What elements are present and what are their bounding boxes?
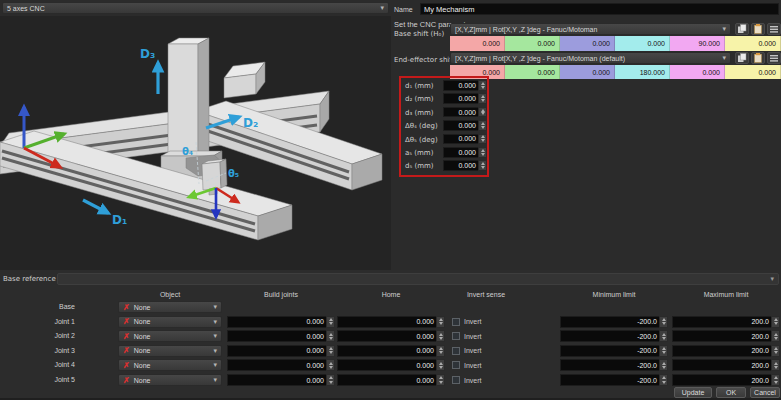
spinner[interactable] (326, 374, 335, 386)
ee-shift-rx-cell[interactable]: 180.000 (615, 65, 670, 79)
base-shift-format-select[interactable]: [X,Y,Z]mm | Rot[X,Y ,Z ]deg - Fanuc/Moto… (450, 23, 731, 35)
base-shift-ry-cell[interactable]: 90.000 (670, 36, 725, 51)
spinner[interactable] (659, 330, 668, 342)
end-effector-menu-button[interactable] (767, 52, 781, 64)
joint5-max-field[interactable]: 200.0 (672, 374, 780, 386)
joint2-home-field[interactable]: 0.000 (337, 330, 445, 342)
base-shift-rz-cell[interactable]: 0.000 (725, 36, 781, 51)
table-row-joint2: Joint 2 None 0.000 0.000 Invert -200.0 2… (0, 330, 781, 342)
end-effector-paste-button[interactable] (751, 52, 765, 64)
invert-checkbox[interactable] (452, 332, 460, 340)
spinner[interactable] (771, 359, 780, 371)
spinner[interactable] (771, 374, 780, 386)
param-a5-field[interactable]: 0.000 (443, 147, 487, 158)
joint1-max-field[interactable]: 200.0 (672, 316, 780, 328)
joint3-max-field[interactable]: 200.0 (672, 345, 780, 357)
joint5-home-field[interactable]: 0.000 (337, 374, 445, 386)
param-d5-field[interactable]: 0.000 (443, 160, 487, 171)
spinner[interactable] (326, 330, 335, 342)
spinner[interactable] (326, 345, 335, 357)
invert-checkbox[interactable] (452, 318, 460, 326)
base-shift-z-cell[interactable]: 0.000 (560, 36, 615, 51)
cancel-button[interactable]: Cancel (750, 387, 780, 398)
invert-checkbox[interactable] (452, 376, 460, 384)
invert-checkbox[interactable] (452, 347, 460, 355)
spinner[interactable] (478, 93, 487, 104)
base-shift-x-cell[interactable]: 0.000 (450, 36, 505, 51)
param-d2-field[interactable]: 0.000 (443, 93, 487, 104)
base-shift-menu-button[interactable] (767, 23, 781, 35)
spinner[interactable] (659, 345, 668, 357)
joint3-home-field[interactable]: 0.000 (337, 345, 445, 357)
joint3-min-field[interactable]: -200.0 (560, 345, 668, 357)
spinner[interactable] (659, 359, 668, 371)
joint1-object-select[interactable]: None (118, 316, 222, 328)
joint4-build-field[interactable]: 0.000 (227, 359, 335, 371)
joints-table: Base reference (F₀) Object Build joints … (0, 270, 781, 400)
invert-checkbox[interactable] (452, 361, 460, 369)
spinner[interactable] (771, 345, 780, 357)
spinner[interactable] (478, 80, 487, 91)
ee-shift-ry-cell[interactable]: 0.000 (670, 65, 725, 79)
spinner[interactable] (478, 107, 487, 118)
end-effector-copy-button[interactable] (735, 52, 749, 64)
joint2-build-field[interactable]: 0.000 (227, 330, 335, 342)
d1-arrow (83, 200, 108, 213)
spinner[interactable] (436, 374, 445, 386)
joint2-max-field[interactable]: 200.0 (672, 330, 780, 342)
3d-viewport[interactable]: D₁ D₂ D₃ θ₄ θ₅ (0, 16, 391, 270)
param-d3-field[interactable]: 0.000 (443, 107, 487, 118)
end-effector-format-select[interactable]: [X,Y,Z]mm | Rot[X,Y ,Z ]deg - Fanuc/Moto… (450, 52, 731, 64)
base-shift-rx-cell[interactable]: 0.000 (615, 36, 670, 51)
joint4-home-field[interactable]: 0.000 (337, 359, 445, 371)
joint5-object-select[interactable]: None (118, 374, 222, 386)
ee-shift-y-cell[interactable]: 0.000 (505, 65, 560, 79)
spinner[interactable] (771, 316, 780, 328)
joint1-home-field[interactable]: 0.000 (337, 316, 445, 328)
row-label: Joint 2 (0, 332, 75, 339)
spinner[interactable] (478, 160, 487, 171)
base-shift-copy-button[interactable] (735, 23, 749, 35)
none-x-icon (123, 332, 130, 341)
spinner[interactable] (436, 330, 445, 342)
none-x-icon (123, 317, 130, 326)
joint2-min-field[interactable]: -200.0 (560, 330, 668, 342)
param-dtheta5-field[interactable]: 0.000 (443, 134, 487, 145)
ok-button[interactable]: OK (716, 387, 746, 398)
spinner[interactable] (771, 330, 780, 342)
param-d1-field[interactable]: 0.000 (443, 80, 487, 91)
theta5-label: θ₅ (228, 168, 239, 179)
spinner[interactable] (659, 316, 668, 328)
name-input[interactable]: My Mechanism (420, 3, 779, 15)
cnc-parameters-panel: Name My Mechanism Set the CNC parameters… (392, 0, 781, 270)
ee-shift-z-cell[interactable]: 0.000 (560, 65, 615, 79)
joint1-build-field[interactable]: 0.000 (227, 316, 335, 328)
spinner[interactable] (478, 134, 487, 145)
spinner[interactable] (326, 316, 335, 328)
spinner[interactable] (436, 345, 445, 357)
joint4-max-field[interactable]: 200.0 (672, 359, 780, 371)
row-label: Base (0, 303, 75, 310)
spinner[interactable] (436, 359, 445, 371)
joint3-object-select[interactable]: None (118, 345, 222, 357)
joint4-object-select[interactable]: None (118, 359, 222, 371)
joint1-min-field[interactable]: -200.0 (560, 316, 668, 328)
base-shift-y-cell[interactable]: 0.000 (505, 36, 560, 51)
base-object-select[interactable]: None (118, 301, 222, 313)
ee-shift-rz-cell[interactable]: 0.000 (725, 65, 781, 79)
update-button[interactable]: Update (674, 387, 712, 398)
spinner[interactable] (478, 147, 487, 158)
spinner[interactable] (436, 316, 445, 328)
base-shift-paste-button[interactable] (751, 23, 765, 35)
joint5-min-field[interactable]: -200.0 (560, 374, 668, 386)
base-reference-select[interactable] (57, 273, 779, 285)
mechanism-type-select[interactable]: 5 axes CNC (2, 2, 389, 14)
joint2-object-select[interactable]: None (118, 330, 222, 342)
spinner[interactable] (659, 374, 668, 386)
spinner[interactable] (326, 359, 335, 371)
joint4-min-field[interactable]: -200.0 (560, 359, 668, 371)
param-dtheta4-field[interactable]: 0.000 (443, 120, 487, 131)
spinner[interactable] (478, 120, 487, 131)
joint3-build-field[interactable]: 0.000 (227, 345, 335, 357)
joint5-build-field[interactable]: 0.000 (227, 374, 335, 386)
